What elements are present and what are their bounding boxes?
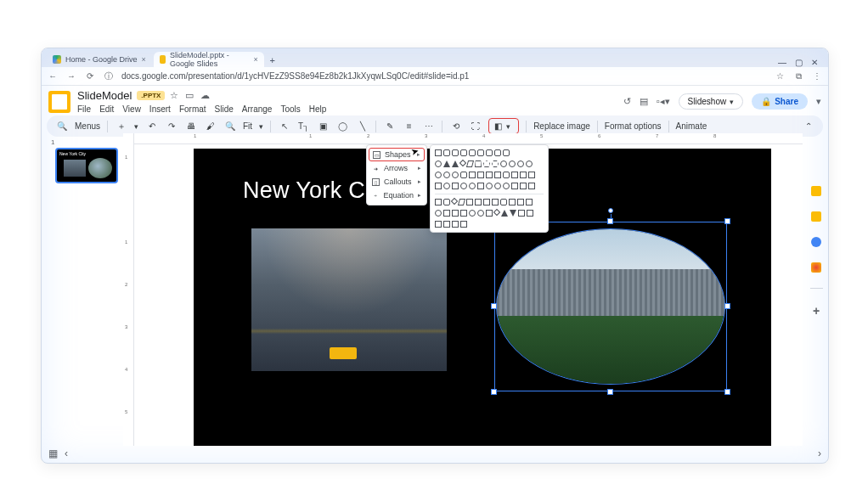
shape-lightning[interactable] — [477, 183, 484, 189]
menu-slide[interactable]: Slide — [215, 104, 234, 114]
next-slide-icon[interactable]: › — [818, 448, 821, 459]
border-color-icon[interactable]: ✎ — [383, 120, 396, 132]
chevron-down-icon[interactable]: ▾ — [259, 122, 263, 131]
shape-flow-merge[interactable] — [510, 210, 516, 217]
new-tab-button[interactable]: + — [266, 53, 279, 67]
shape-flow-terminator[interactable] — [500, 199, 507, 205]
shape-flow-data[interactable] — [458, 199, 465, 205]
shape-hexagon[interactable] — [492, 160, 499, 167]
shape-rectangle[interactable] — [435, 149, 442, 156]
menu-format[interactable]: Format — [179, 104, 206, 114]
shape-sun[interactable] — [486, 183, 493, 189]
back-icon[interactable]: ← — [47, 71, 59, 81]
shape-round-rect-6[interactable] — [503, 149, 510, 156]
cloud-status-icon[interactable]: ☁ — [200, 90, 210, 101]
collapse-icon[interactable]: ⌃ — [802, 120, 814, 132]
menu-file[interactable]: File — [77, 104, 91, 114]
bookmark-icon[interactable]: ☆ — [774, 71, 786, 81]
shape-flow-collate[interactable] — [486, 210, 493, 217]
shape-flow-connector[interactable] — [435, 210, 442, 217]
paint-format-icon[interactable]: 🖌 — [204, 120, 217, 132]
shape-parallelogram[interactable] — [466, 160, 474, 167]
slide-canvas[interactable]: New York City — [134, 144, 803, 446]
browser-tab[interactable]: SlideModel.pptx - Google Slides × — [154, 52, 264, 67]
slide-image-street[interactable] — [251, 228, 447, 371]
shape-frame[interactable] — [460, 172, 467, 178]
resize-handle[interactable] — [491, 303, 497, 309]
shape-heart[interactable] — [469, 183, 476, 189]
menu-insert[interactable]: Insert — [149, 104, 171, 114]
crop-icon[interactable]: ⛶ — [469, 120, 482, 132]
shape-flow-predef[interactable] — [466, 199, 473, 205]
history-icon[interactable]: ↺ — [623, 96, 631, 107]
close-icon[interactable]: × — [142, 55, 146, 64]
document-title[interactable]: SlideModel — [77, 89, 132, 102]
shape-flow-manual-input[interactable] — [517, 199, 524, 205]
shape-arc[interactable] — [511, 183, 518, 189]
line-icon[interactable]: ╲ — [356, 120, 369, 132]
shape-flow-seq-access[interactable] — [435, 221, 442, 228]
shape-triangle[interactable] — [443, 160, 450, 167]
shape-flow-direct-access[interactable] — [452, 221, 459, 228]
resize-handle[interactable] — [724, 389, 730, 395]
menus-button[interactable]: Menus — [75, 121, 100, 131]
shape-cross[interactable] — [494, 172, 501, 178]
calendar-addon-icon[interactable] — [811, 186, 821, 196]
keep-addon-icon[interactable] — [811, 211, 821, 222]
shape-snip-rect[interactable] — [452, 149, 459, 156]
reload-icon[interactable]: ⟳ — [84, 71, 96, 81]
move-icon[interactable]: ▭ — [185, 90, 194, 101]
menu-arrange[interactable]: Arrange — [242, 104, 273, 114]
menu-edit[interactable]: Edit — [99, 104, 114, 114]
shape-trapezoid[interactable] — [475, 160, 482, 167]
shape-rounded-rect[interactable] — [443, 149, 450, 156]
shape-diagonal-stripe[interactable] — [486, 172, 493, 178]
shape-flow-or[interactable] — [477, 210, 484, 217]
selected-image-frame[interactable] — [494, 222, 727, 391]
resize-handle[interactable] — [607, 218, 613, 224]
animate-button[interactable]: Animate — [676, 121, 707, 131]
shape-flow-prep[interactable] — [509, 199, 516, 205]
shape-teardrop[interactable] — [452, 172, 459, 178]
shape-block-arc[interactable] — [452, 183, 459, 189]
slide-thumbnail[interactable]: New York City — [55, 148, 118, 183]
shape-cloud[interactable] — [503, 183, 510, 189]
shape-cube[interactable] — [520, 172, 527, 178]
shape-round-rect-2[interactable] — [469, 149, 476, 156]
new-slide-icon[interactable]: ＋ — [115, 120, 127, 132]
shape-flow-tape[interactable] — [460, 210, 467, 217]
shape-round-rect-3[interactable] — [477, 149, 484, 156]
shape-chord[interactable] — [443, 172, 450, 178]
rotate-handle-icon[interactable] — [608, 208, 613, 213]
menu-help[interactable]: Help — [309, 104, 327, 114]
browser-menu-icon[interactable]: ⋮ — [811, 71, 823, 81]
shape-dodecagon[interactable] — [526, 160, 533, 167]
maps-addon-icon[interactable] — [811, 262, 821, 273]
shape-pentagon[interactable] — [483, 160, 490, 167]
zoom-icon[interactable]: 🔍 — [223, 120, 236, 132]
add-addon-icon[interactable]: + — [813, 304, 820, 318]
comments-icon[interactable]: ▤ — [640, 96, 648, 107]
mask-image-button[interactable]: ◧ ▾ — [488, 118, 519, 134]
shape-l-shape[interactable] — [477, 172, 484, 178]
zoom-fit[interactable]: Fit — [243, 121, 252, 131]
border-weight-icon[interactable]: ≡ — [403, 120, 415, 132]
shape-right-triangle[interactable] — [452, 160, 459, 167]
shape-can[interactable] — [511, 172, 518, 178]
undo-icon[interactable]: ↶ — [145, 120, 158, 132]
menu-item-callouts[interactable]: ▯ Callouts ▸ — [367, 175, 426, 189]
forward-icon[interactable]: → — [65, 71, 77, 81]
prev-slide-icon[interactable]: ‹ — [65, 448, 68, 459]
shape-bevel[interactable] — [528, 172, 535, 178]
textbox-icon[interactable]: T┐ — [297, 120, 310, 132]
shape-smiley[interactable] — [460, 183, 467, 189]
chevron-down-icon[interactable]: ▾ — [134, 122, 138, 131]
shape-flow-process[interactable] — [435, 199, 442, 205]
shape-pie[interactable] — [435, 172, 442, 178]
resize-handle[interactable] — [607, 389, 613, 395]
shape-flow-card[interactable] — [452, 210, 459, 217]
maximize-icon[interactable]: ▢ — [795, 58, 803, 67]
resize-handle[interactable] — [491, 389, 497, 395]
shape-flow-document[interactable] — [483, 199, 490, 205]
menu-item-arrows[interactable]: ➜ Arrows ▸ — [367, 161, 426, 175]
